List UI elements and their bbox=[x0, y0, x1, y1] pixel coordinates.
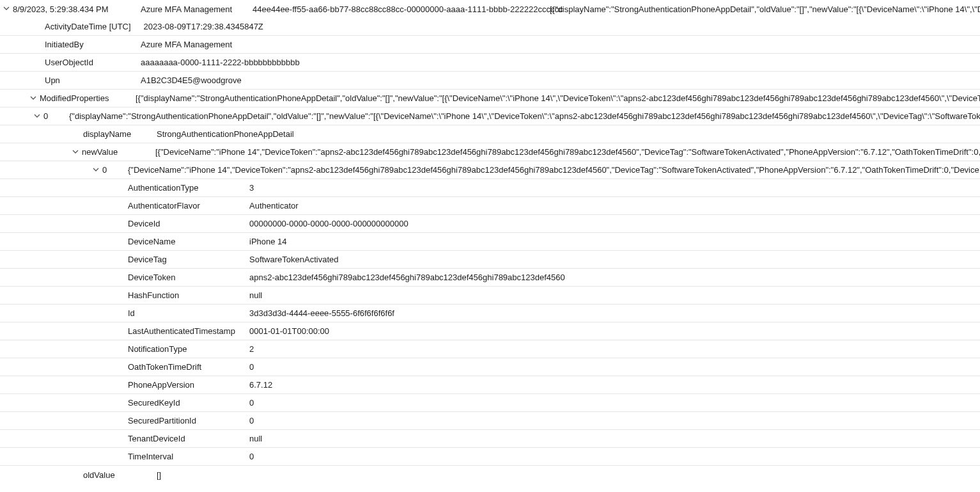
value-old-value: [] bbox=[157, 470, 980, 480]
detail-key: AuthenticatorFlavor bbox=[128, 201, 249, 210]
label-upn: Upn bbox=[45, 75, 141, 85]
value-index-0: {"displayName":"StrongAuthenticationPhon… bbox=[69, 111, 980, 121]
detail-value: 3 bbox=[249, 183, 980, 193]
detail-value: 00000000-0000-0000-0000-000000000000 bbox=[249, 219, 980, 228]
row-modified-properties: ModifiedProperties [{"displayName":"Stro… bbox=[0, 90, 980, 107]
detail-value: null bbox=[249, 290, 980, 300]
row-new-value: newValue [{"DeviceName":"iPhone 14","Dev… bbox=[0, 143, 980, 161]
detail-key: TimeInterval bbox=[128, 452, 249, 461]
row-modprops-0: 0 {"displayName":"StrongAuthenticationPh… bbox=[0, 107, 980, 125]
detail-row: SecuredKeyId0 bbox=[0, 394, 980, 412]
row-display-name: displayName StrongAuthenticationPhoneApp… bbox=[0, 125, 980, 143]
detail-row: DeviceTagSoftwareTokenActivated bbox=[0, 251, 980, 269]
value-new-value: [{"DeviceName":"iPhone 14","DeviceToken"… bbox=[155, 147, 980, 157]
value-user-object-id: aaaaaaaa-0000-1111-2222-bbbbbbbbbbbb bbox=[141, 58, 980, 67]
chevron-down-icon bbox=[3, 5, 10, 12]
row-activity-datetime: ActivityDateTime [UTC] 2023-08-09T17:29:… bbox=[0, 18, 980, 36]
expand-toggle-newvalue[interactable] bbox=[69, 148, 82, 156]
header-correlation-id: 44ee44ee-ff55-aa66-bb77-88cc88cc88cc-000… bbox=[253, 4, 531, 14]
value-upn: A1B2C3D4E5@woodgrove bbox=[141, 75, 980, 85]
label-activity-datetime: ActivityDateTime [UTC] bbox=[45, 22, 144, 31]
detail-key: TenantDeviceId bbox=[128, 434, 249, 443]
detail-key: DeviceName bbox=[128, 237, 249, 246]
row-initiated-by: InitiatedBy Azure MFA Management bbox=[0, 36, 980, 54]
detail-row: OathTokenTimeDrift0 bbox=[0, 358, 980, 376]
label-old-value: oldValue bbox=[83, 470, 157, 480]
detail-value: apns2-abc123def456ghi789abc123def456ghi7… bbox=[249, 273, 980, 282]
label-newvalue-index-0: 0 bbox=[102, 165, 128, 175]
header-summary: [{"displayName":"StrongAuthenticationPho… bbox=[550, 4, 980, 14]
label-new-value: newValue bbox=[82, 147, 155, 157]
detail-row: DeviceTokenapns2-abc123def456ghi789abc12… bbox=[0, 269, 980, 287]
detail-value: 2 bbox=[249, 344, 980, 354]
expand-toggle-header[interactable] bbox=[0, 5, 13, 13]
chevron-down-icon bbox=[72, 148, 79, 155]
detail-row: NotificationType2 bbox=[0, 340, 980, 358]
value-display-name: StrongAuthenticationPhoneAppDetail bbox=[157, 129, 980, 139]
chevron-down-icon bbox=[30, 95, 36, 101]
label-user-object-id: UserObjectId bbox=[45, 58, 141, 67]
detail-key: HashFunction bbox=[128, 290, 249, 300]
value-initiated-by: Azure MFA Management bbox=[141, 40, 980, 49]
detail-key: AuthenticationType bbox=[128, 183, 249, 193]
detail-row: AuthenticatorFlavorAuthenticator bbox=[0, 197, 980, 215]
row-old-value: oldValue [] bbox=[0, 466, 980, 484]
detail-key: OathTokenTimeDrift bbox=[128, 362, 249, 372]
expand-toggle-modprops[interactable] bbox=[27, 95, 40, 102]
label-modified-properties: ModifiedProperties bbox=[40, 93, 136, 103]
detail-value: 0 bbox=[249, 452, 980, 461]
detail-row: LastAuthenticatedTimestamp0001-01-01T00:… bbox=[0, 322, 980, 340]
detail-key: PhoneAppVersion bbox=[128, 380, 249, 390]
detail-row: PhoneAppVersion6.7.12 bbox=[0, 376, 980, 394]
detail-value: iPhone 14 bbox=[249, 237, 980, 246]
detail-row: SecuredPartitionId0 bbox=[0, 412, 980, 430]
expand-toggle-newvalue-0[interactable] bbox=[89, 166, 102, 174]
expand-toggle-modprops-0[interactable] bbox=[31, 113, 43, 120]
row-newvalue-0: 0 {"DeviceName":"iPhone 14","DeviceToken… bbox=[0, 161, 980, 179]
detail-key: DeviceTag bbox=[128, 255, 249, 264]
detail-row: AuthenticationType3 bbox=[0, 179, 980, 197]
detail-row: DeviceNameiPhone 14 bbox=[0, 233, 980, 251]
detail-key: SecuredKeyId bbox=[128, 398, 249, 408]
detail-value: SoftwareTokenActivated bbox=[249, 255, 980, 264]
detail-value: 0 bbox=[249, 362, 980, 372]
detail-row: HashFunctionnull bbox=[0, 287, 980, 305]
label-initiated-by: InitiatedBy bbox=[45, 40, 141, 49]
detail-value: 0 bbox=[249, 416, 980, 425]
detail-value: null bbox=[249, 434, 980, 443]
value-modified-properties: [{"displayName":"StrongAuthenticationPho… bbox=[136, 93, 980, 103]
detail-row: Id3d3d3d3d-4444-eeee-5555-6f6f6f6f6f6f bbox=[0, 305, 980, 322]
detail-value: 3d3d3d3d-4444-eeee-5555-6f6f6f6f6f6f bbox=[249, 308, 980, 318]
detail-key: NotificationType bbox=[128, 344, 249, 354]
header-service: Azure MFA Management bbox=[141, 4, 233, 14]
detail-row: DeviceId00000000-0000-0000-0000-00000000… bbox=[0, 215, 980, 233]
log-header-row: 8/9/2023, 5:29:38.434 PM Azure MFA Manag… bbox=[0, 0, 980, 18]
detail-row: TimeInterval0 bbox=[0, 448, 980, 466]
detail-value: 0001-01-01T00:00:00 bbox=[249, 326, 980, 336]
chevron-down-icon bbox=[93, 166, 99, 173]
detail-value: 6.7.12 bbox=[249, 380, 980, 390]
value-newvalue-index-0: {"DeviceName":"iPhone 14","DeviceToken":… bbox=[128, 165, 980, 175]
detail-key: DeviceToken bbox=[128, 273, 249, 282]
detail-value: Authenticator bbox=[249, 201, 980, 210]
label-display-name: displayName bbox=[83, 129, 157, 139]
row-upn: Upn A1B2C3D4E5@woodgrove bbox=[0, 72, 980, 90]
label-index-0: 0 bbox=[43, 111, 69, 121]
detail-key: LastAuthenticatedTimestamp bbox=[128, 326, 249, 336]
value-activity-datetime: 2023-08-09T17:29:38.4345847Z bbox=[144, 22, 980, 31]
header-timestamp: 8/9/2023, 5:29:38.434 PM bbox=[13, 4, 121, 14]
row-user-object-id: UserObjectId aaaaaaaa-0000-1111-2222-bbb… bbox=[0, 54, 980, 72]
chevron-down-icon bbox=[34, 113, 40, 119]
detail-value: 0 bbox=[249, 398, 980, 408]
detail-key: Id bbox=[128, 308, 249, 318]
detail-key: DeviceId bbox=[128, 219, 249, 228]
detail-row: TenantDeviceIdnull bbox=[0, 430, 980, 448]
detail-key: SecuredPartitionId bbox=[128, 416, 249, 425]
